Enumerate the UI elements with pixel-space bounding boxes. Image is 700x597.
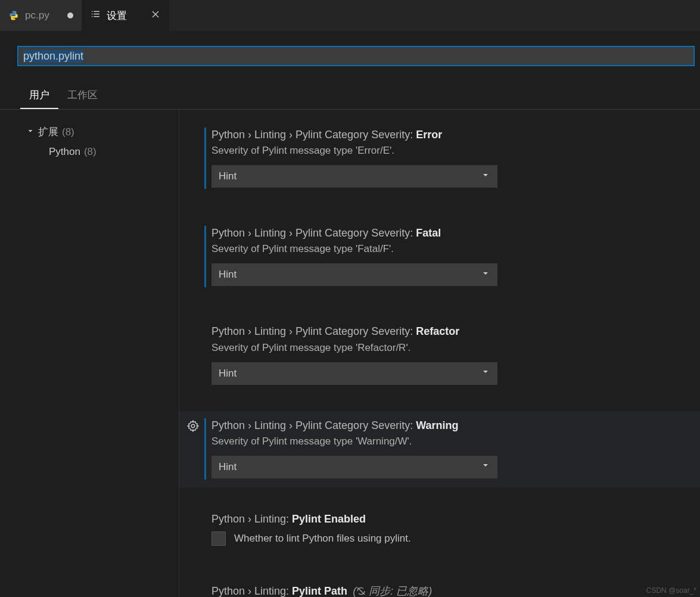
chevron-down-icon — [26, 126, 35, 138]
chevron-down-icon — [481, 367, 490, 380]
select-value: Hint — [219, 461, 237, 473]
checkbox-label: Whether to lint Python files using pylin… — [234, 533, 411, 545]
gear-icon[interactable] — [186, 419, 200, 435]
search-input[interactable] — [18, 46, 694, 66]
setting-pylint-path: Python › Linting: Pylint Path ( 同步: 已忽略) — [179, 577, 700, 597]
sync-ignored-hint: ( 同步: 已忽略) — [353, 585, 432, 597]
select-value: Hint — [219, 368, 237, 380]
scope-user[interactable]: 用户 — [20, 82, 58, 109]
setting-title: Python › Linting: Pylint Enabled — [211, 512, 688, 527]
tree-extensions-label: 扩展 — [38, 125, 58, 139]
svg-point-3 — [191, 424, 195, 428]
select-refactor[interactable]: Hint — [211, 362, 497, 385]
tab-file-label: pc.py — [25, 10, 49, 21]
checkbox-pylint-enabled[interactable] — [211, 531, 226, 546]
tab-file[interactable]: pc.py — [0, 0, 82, 31]
python-icon — [8, 10, 19, 21]
select-error[interactable]: Hint — [211, 165, 497, 188]
setting-warning: Python › Linting › Pylint Category Sever… — [179, 411, 700, 488]
setting-desc: Severity of Pylint message type 'Refacto… — [211, 342, 688, 354]
setting-fatal: Python › Linting › Pylint Category Sever… — [179, 219, 700, 296]
svg-point-2 — [91, 16, 92, 17]
setting-pylint-enabled: Python › Linting: Pylint Enabled Whether… — [179, 505, 700, 555]
select-warning[interactable]: Hint — [211, 456, 497, 478]
setting-title: Python › Linting › Pylint Category Sever… — [211, 324, 688, 339]
watermark: CSDN @soar_* — [646, 586, 696, 595]
content-area: 扩展 (8) Python (8) Python › Linting › Pyl… — [0, 110, 700, 597]
settings-tree: 扩展 (8) Python (8) — [0, 110, 179, 597]
tree-python-label: Python — [49, 146, 80, 158]
setting-title: Python › Linting › Pylint Category Sever… — [211, 418, 688, 433]
select-fatal[interactable]: Hint — [211, 263, 497, 286]
setting-desc: Severity of Pylint message type 'Fatal/F… — [211, 243, 688, 255]
svg-point-1 — [91, 14, 92, 15]
chevron-down-icon — [481, 170, 490, 183]
setting-refactor: Python › Linting › Pylint Category Sever… — [179, 317, 700, 394]
dirty-indicator — [67, 13, 73, 18]
tree-extensions-count: (8) — [62, 126, 74, 138]
settings-list-icon — [91, 9, 101, 22]
setting-desc: Severity of Pylint message type 'Warning… — [211, 436, 688, 447]
setting-title: Python › Linting › Pylint Category Sever… — [211, 128, 688, 142]
setting-desc: Severity of Pylint message type 'Error/E… — [211, 145, 688, 157]
tree-python-count: (8) — [84, 146, 97, 158]
settings-list[interactable]: Python › Linting › Pylint Category Sever… — [179, 110, 700, 597]
setting-error: Python › Linting › Pylint Category Sever… — [179, 120, 700, 197]
select-value: Hint — [219, 170, 237, 182]
tab-bar: pc.py 设置 — [0, 0, 700, 31]
scope-tabs: 用户 工作区 — [0, 82, 700, 110]
select-value: Hint — [219, 269, 237, 281]
scope-workspace[interactable]: 工作区 — [58, 82, 107, 109]
tab-settings[interactable]: 设置 — [82, 0, 169, 31]
setting-title: Python › Linting: Pylint Path ( 同步: 已忽略) — [211, 584, 688, 597]
tab-settings-label: 设置 — [107, 9, 127, 23]
close-icon[interactable] — [151, 10, 160, 22]
tree-python[interactable]: Python (8) — [49, 141, 167, 160]
setting-title: Python › Linting › Pylint Category Sever… — [211, 226, 688, 241]
tree-extensions[interactable]: 扩展 (8) — [26, 123, 167, 141]
search-area — [0, 31, 700, 71]
chevron-down-icon — [481, 269, 490, 281]
chevron-down-icon — [481, 461, 490, 473]
svg-point-0 — [91, 11, 92, 12]
